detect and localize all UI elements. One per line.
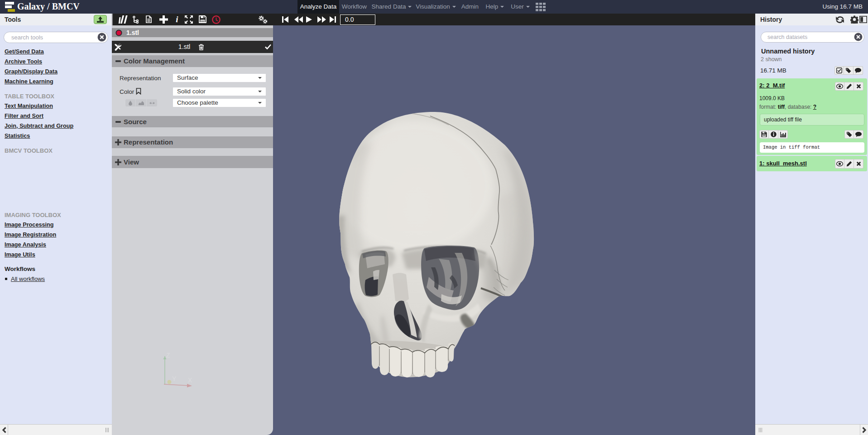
svg-text:Y: Y (172, 375, 177, 382)
svg-text:Z: Z (166, 352, 170, 359)
svg-text:i: i (176, 15, 178, 24)
svg-text:X: X (188, 377, 192, 384)
